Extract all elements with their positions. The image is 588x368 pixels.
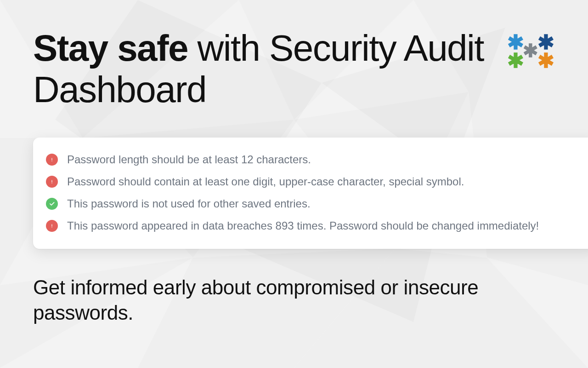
rule-text: This password is not used for other save… xyxy=(67,197,311,210)
page-title-bold: Stay safe xyxy=(33,28,188,69)
page-title: Stay safe with Security Audit Dashboard xyxy=(33,28,486,110)
asterisk-icon: ✱ xyxy=(523,41,538,60)
alert-icon xyxy=(46,220,58,232)
rule-text: Password length should be at least 12 ch… xyxy=(67,153,311,166)
rule-item: This password appeared in data breaches … xyxy=(46,215,585,237)
asterisk-icon: ✱ xyxy=(537,51,554,71)
page-subtitle: Get informed early about compromised or … xyxy=(33,275,529,325)
app-logo: ✱ ✱ ✱ ✱ ✱ xyxy=(504,32,560,78)
check-icon xyxy=(46,198,58,210)
rule-item: Password should contain at least one dig… xyxy=(46,171,585,193)
security-audit-card: Password length should be at least 12 ch… xyxy=(33,138,588,249)
rule-text: This password appeared in data breaches … xyxy=(67,219,539,232)
rule-text: Password should contain at least one dig… xyxy=(67,175,464,188)
asterisk-icon: ✱ xyxy=(507,51,524,71)
rule-item: Password length should be at least 12 ch… xyxy=(46,149,585,171)
alert-icon xyxy=(46,154,58,166)
rule-item: This password is not used for other save… xyxy=(46,193,585,215)
alert-icon xyxy=(46,176,58,188)
